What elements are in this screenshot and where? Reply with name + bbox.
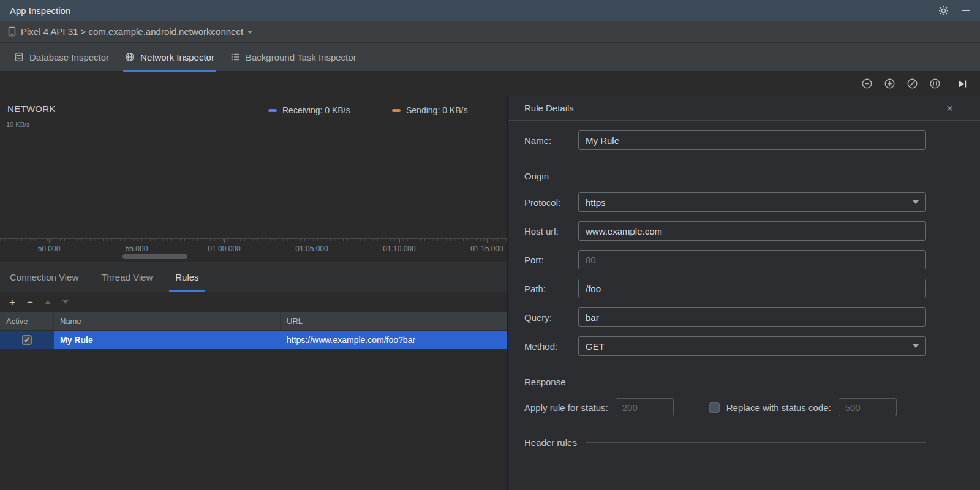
network-panel: NETWORK Receiving: 0 KB/s Sending: 0 KB/…: [0, 96, 508, 490]
replace-status-label: Replace with status code:: [726, 402, 831, 413]
minor-ticks: [0, 239, 507, 241]
y-axis-max-label: 10 KB/s: [6, 121, 30, 128]
column-header-name[interactable]: Name: [54, 312, 281, 330]
rule-details-form: Name: Origin Protocol: https Host url:: [508, 121, 980, 459]
query-row: Query:: [524, 307, 926, 327]
legend-sending-label: Sending: 0 KB/s: [406, 105, 467, 115]
tab-connection-view[interactable]: Connection View: [10, 262, 78, 292]
rule-url-cell: https://www.example.com/foo?bar: [281, 331, 507, 349]
chevron-down-icon: [913, 200, 919, 204]
tab-database-inspector[interactable]: Database Inspector: [6, 43, 117, 71]
window-title: App Inspection: [10, 6, 70, 16]
path-field[interactable]: [578, 279, 926, 298]
time-tick-label: 01:05.000: [295, 244, 328, 253]
name-field[interactable]: [578, 130, 926, 150]
rules-toolbar: + −: [0, 292, 507, 312]
time-tick: [312, 239, 312, 243]
rule-active-checkbox[interactable]: ✓: [22, 335, 32, 345]
rule-details-header: Rule Details ×: [508, 96, 980, 121]
globe-icon: [125, 52, 135, 62]
minimize-bar: [962, 10, 970, 11]
time-tick-label: 01:15.000: [470, 244, 503, 253]
host-label: Host url:: [524, 226, 578, 236]
legend-sending: Sending: 0 KB/s: [392, 105, 467, 115]
status-rule-row: Apply rule for status: Replace with stat…: [524, 398, 926, 417]
reset-zoom-glyph: [907, 78, 918, 89]
device-process-selector[interactable]: Pixel 4 API 31 > com.example.android.net…: [7, 26, 252, 37]
device-process-label: Pixel 4 API 31 > com.example.android.net…: [21, 26, 243, 37]
reset-zoom-icon[interactable]: [907, 78, 918, 89]
zoom-in-icon[interactable]: [884, 78, 895, 89]
column-header-active[interactable]: Active: [0, 312, 54, 330]
query-field[interactable]: [578, 307, 926, 327]
host-url-field[interactable]: [578, 221, 926, 241]
method-label: Method:: [524, 341, 578, 352]
section-divider: [575, 382, 926, 382]
protocol-row: Protocol: https: [524, 192, 926, 212]
device-phone-icon: [7, 26, 17, 37]
settings-gear-icon[interactable]: [938, 6, 949, 16]
time-axis: 50.000 55.000 01:00.000 01:05.000 01:10.…: [0, 238, 507, 254]
method-value: GET: [586, 341, 605, 352]
tab-label: Network Inspector: [140, 52, 214, 62]
replace-status-field[interactable]: [839, 398, 897, 417]
inspector-tab-bar: Database Inspector Network Inspector Bac…: [0, 43, 980, 72]
database-icon: [14, 52, 24, 62]
section-divider: [558, 176, 926, 176]
method-dropdown[interactable]: GET: [578, 336, 926, 356]
tab-rules[interactable]: Rules: [175, 262, 198, 292]
tab-background-task-inspector[interactable]: Background Task Inspector: [222, 43, 364, 71]
apply-status-field[interactable]: [616, 398, 674, 417]
time-tick: [137, 239, 137, 243]
time-tick-label: 50.000: [38, 244, 61, 253]
path-row: Path:: [524, 279, 926, 298]
app-inspection-window: App Inspection: [0, 0, 980, 490]
timeline-scrollbar[interactable]: [0, 254, 507, 260]
view-tab-bar: Connection View Thread View Rules: [0, 262, 507, 292]
chevron-down-icon: [247, 31, 252, 34]
tab-label: Background Task Inspector: [246, 52, 356, 62]
protocol-dropdown[interactable]: https: [578, 192, 926, 212]
response-section-title: Response: [524, 377, 566, 387]
tab-thread-view[interactable]: Thread View: [101, 262, 153, 292]
y-axis-tick: [0, 119, 3, 119]
main-content: NETWORK Receiving: 0 KB/s Sending: 0 KB/…: [0, 96, 980, 490]
table-row[interactable]: ✓ My Rule https://www.example.com/foo?ba…: [0, 331, 507, 349]
origin-section-header: Origin: [524, 171, 926, 181]
remove-rule-button[interactable]: −: [27, 297, 33, 307]
rules-table-header: Active Name URL: [0, 312, 507, 331]
response-section-header: Response: [524, 377, 926, 387]
title-bar-actions: [938, 6, 970, 16]
name-label: Name:: [524, 135, 578, 146]
gear-icon-glyph: [938, 6, 949, 16]
rule-name-cell: My Rule: [54, 331, 281, 349]
network-section-label: NETWORK: [7, 104, 56, 114]
view-tab-label: Thread View: [101, 272, 153, 282]
rule-details-panel: Rule Details × Name: Origin Protocol: ht…: [508, 96, 980, 490]
port-field[interactable]: [578, 250, 926, 270]
jump-to-live-glyph: [957, 78, 968, 89]
move-rule-down-icon[interactable]: [62, 300, 69, 304]
add-rule-button[interactable]: +: [9, 297, 15, 307]
port-row: Port:: [524, 250, 926, 270]
timeline-toolbar: [0, 72, 980, 96]
header-rules-section-header: Header rules: [524, 437, 926, 448]
time-tick-label: 55.000: [126, 244, 148, 253]
replace-status-checkbox[interactable]: [709, 402, 720, 413]
zoom-out-icon[interactable]: [861, 78, 873, 89]
origin-section-title: Origin: [524, 171, 549, 181]
zoom-to-selection-icon[interactable]: [929, 78, 941, 89]
close-icon[interactable]: ×: [946, 102, 953, 114]
tab-label: Database Inspector: [29, 52, 109, 62]
host-row: Host url:: [524, 221, 926, 241]
minimize-icon[interactable]: [962, 10, 970, 11]
receiving-swatch-icon: [268, 109, 277, 112]
legend-receiving-label: Receiving: 0 KB/s: [282, 105, 350, 115]
timeline-scrollbar-thumb[interactable]: [123, 254, 187, 259]
move-rule-up-icon[interactable]: [45, 300, 51, 304]
tab-network-inspector[interactable]: Network Inspector: [117, 43, 222, 71]
chevron-down-icon: [913, 344, 919, 348]
column-header-url[interactable]: URL: [281, 312, 507, 330]
jump-to-live-icon[interactable]: [957, 78, 968, 89]
zoom-out-glyph: [861, 78, 873, 89]
